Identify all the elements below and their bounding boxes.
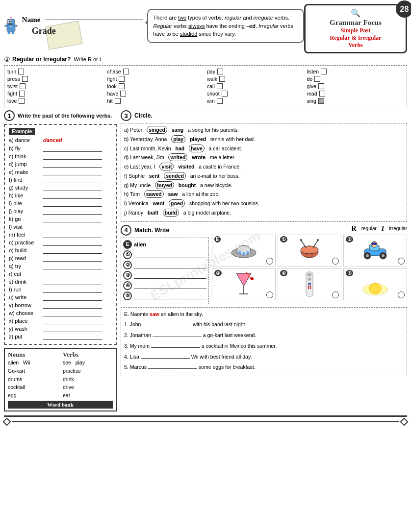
checkbox[interactable] <box>314 76 320 82</box>
match-line-2[interactable] <box>134 262 206 268</box>
svg-rect-7 <box>9 24 12 24</box>
match-line-1[interactable] <box>134 251 206 258</box>
sentence-c: c) Last month, Kevin had have a car acci… <box>124 145 404 153</box>
ri-row: listen <box>307 69 404 74</box>
speech-bubble: There are two types of verbs: regular an… <box>147 9 304 43</box>
section2-icon: ② <box>4 55 10 63</box>
verb-item: see play <box>63 359 113 367</box>
answer-line[interactable] <box>43 161 102 168</box>
grammar-focus-sub2: Regular & Irregular <box>310 34 401 42</box>
answer-circle-e[interactable] <box>266 258 273 265</box>
answer-line[interactable] <box>43 317 102 324</box>
section3-header: 3 Circle. <box>121 110 407 121</box>
section4: 4 Match. Write E alien ① <box>121 225 407 304</box>
checkbox[interactable] <box>19 91 25 97</box>
answer-line[interactable] <box>43 176 102 183</box>
checkbox[interactable] <box>18 69 24 74</box>
answer-line[interactable] <box>43 145 102 152</box>
verb-label: v) borrow <box>9 302 43 308</box>
match-circle-3: ③ <box>123 271 132 280</box>
page: ESLprintables.com <box>0 0 411 532</box>
answer-line[interactable] <box>43 286 102 293</box>
checkbox[interactable] <box>219 76 225 82</box>
answer-line[interactable] <box>43 247 102 254</box>
answer-line[interactable] <box>43 302 102 309</box>
match-line-3[interactable] <box>134 272 206 279</box>
answer-line[interactable] <box>43 216 102 222</box>
checkbox[interactable] <box>20 83 26 89</box>
answer-line[interactable] <box>43 270 102 277</box>
name-grade-row: ♥ ♥ Name Grade There are two types of ve… <box>4 4 304 48</box>
svg-point-48 <box>310 288 311 289</box>
section2-header: ② Regular or Irregular? Write R or I. <box>4 55 407 63</box>
ri-row: hit <box>107 98 205 104</box>
answer-circle-1[interactable] <box>332 258 339 265</box>
answer-line[interactable] <box>43 294 102 301</box>
checkbox-filled[interactable] <box>318 98 324 104</box>
answer-line[interactable] <box>43 208 102 215</box>
ri-row: twist <box>7 83 104 89</box>
checkbox[interactable] <box>222 91 228 97</box>
fill-blank-3[interactable] <box>151 341 200 348</box>
verb-label: l) visit <box>9 224 43 230</box>
checkbox[interactable] <box>217 69 223 74</box>
answer-line[interactable] <box>43 333 102 340</box>
checkbox[interactable] <box>321 69 327 74</box>
fill-blank-5[interactable] <box>148 362 197 369</box>
checkbox[interactable] <box>319 91 325 97</box>
verb-word: sing <box>307 98 316 104</box>
checkbox[interactable] <box>19 98 25 104</box>
answer-line[interactable] <box>43 153 102 160</box>
checkbox[interactable] <box>217 83 223 89</box>
match-line-5[interactable] <box>134 292 206 299</box>
answer-line[interactable] <box>43 169 102 175</box>
ri-row: sing <box>307 98 404 104</box>
list-item: s) drink <box>9 278 112 285</box>
answer-line[interactable] <box>43 231 102 238</box>
checkbox[interactable] <box>119 83 125 89</box>
svg-point-17 <box>238 251 241 254</box>
match-circle-2: ② <box>123 261 132 269</box>
verb-label: b) fly <box>9 145 43 151</box>
answer-line[interactable] <box>43 239 102 246</box>
answer-circle-2[interactable] <box>398 258 405 265</box>
svg-point-25 <box>300 239 302 241</box>
svg-point-26 <box>317 239 319 241</box>
nouns-title: Nouns <box>8 351 58 359</box>
answer-line[interactable] <box>43 310 102 316</box>
fill-blank-4[interactable] <box>141 352 190 359</box>
answer-line[interactable] <box>43 325 102 332</box>
verb-label: t) run <box>9 287 43 292</box>
list-item: h) like <box>9 192 112 199</box>
noun-item: egg <box>8 391 58 400</box>
match-item-2: ② <box>123 261 206 269</box>
checkbox[interactable] <box>120 91 126 97</box>
checkbox[interactable] <box>123 69 129 74</box>
answer-circle-3[interactable] <box>266 291 273 298</box>
answer-line[interactable] <box>43 184 102 191</box>
checkbox[interactable] <box>119 76 125 82</box>
answer-circle-4[interactable] <box>332 291 339 298</box>
verb-word: fight <box>7 91 17 97</box>
sentence-h: h) Tom sawed saw a lion at the zoo. <box>124 191 404 198</box>
answer-line[interactable] <box>43 278 102 285</box>
answer-line[interactable] <box>43 192 102 199</box>
checkbox[interactable] <box>318 83 324 89</box>
answer-line[interactable] <box>43 263 102 269</box>
answer-line[interactable] <box>43 200 102 207</box>
verb-label: p) read <box>9 255 43 261</box>
verb-word: press <box>7 76 20 82</box>
checkbox[interactable] <box>217 98 223 104</box>
match-line-4[interactable] <box>134 282 206 289</box>
answer-line[interactable] <box>43 255 102 262</box>
svg-point-12 <box>10 26 12 27</box>
name-input-line[interactable] <box>45 20 143 20</box>
svg-point-6 <box>10 17 11 18</box>
answer-circle-5[interactable] <box>398 291 405 298</box>
checkbox[interactable] <box>22 76 28 82</box>
wrong-word: play <box>171 135 185 143</box>
answer-line[interactable] <box>43 223 102 230</box>
checkbox[interactable] <box>115 98 121 104</box>
fill-blank-2[interactable] <box>153 330 202 337</box>
fill-blank-1[interactable] <box>142 319 191 326</box>
